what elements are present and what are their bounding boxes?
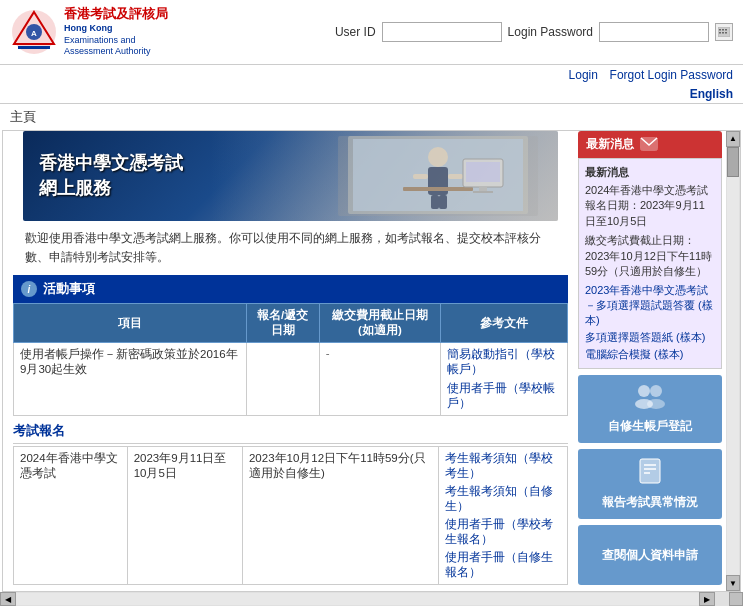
info-icon: i	[21, 281, 37, 297]
svg-rect-11	[725, 32, 727, 34]
horizontal-scrollbar-area: ◀ ▶	[0, 592, 743, 606]
login-password-input[interactable]	[599, 22, 709, 42]
scroll-track[interactable]	[727, 147, 739, 575]
keyboard-button[interactable]	[715, 23, 733, 41]
svg-rect-8	[725, 29, 727, 31]
sidebar-link-3[interactable]: 電腦綜合模擬 (樣本)	[585, 348, 683, 360]
col-date: 報名/遞交日期	[246, 304, 319, 343]
banner: 香港中學文憑考試 網上服務	[23, 131, 558, 221]
sidebar-news-item-2: 繳交考試費截止日期：2023年10月12日下午11時59分（只適用於自修生）	[585, 233, 715, 279]
vertical-scrollbar[interactable]: ▲ ▼	[726, 131, 740, 591]
svg-point-25	[638, 385, 650, 397]
col-fee-date: 繳交費用截止日期(如適用)	[319, 304, 441, 343]
svg-rect-29	[640, 459, 660, 483]
breadcrumb: 主頁	[0, 104, 743, 130]
welcome-text: 歡迎使用香港中學文憑考試網上服務。你可以使用不同的網上服務，如考試報名、提交校本…	[13, 221, 568, 275]
hkeaa-logo-icon: A	[10, 8, 58, 56]
sidebar-news-item-1: 2024年香港中學文憑考試報名日期：2023年9月11日至10月5日	[585, 183, 715, 229]
user-id-input[interactable]	[382, 22, 502, 42]
svg-rect-18	[439, 195, 447, 209]
login-area: User ID Login Password	[170, 22, 733, 42]
scroll-corner	[729, 592, 743, 606]
exam-registration-title: 考試報名	[13, 416, 568, 444]
svg-text:A: A	[31, 29, 37, 38]
col-item: 項目	[14, 304, 247, 343]
table-row: 2024年香港中學文憑考試 2023年9月11日至10月5日 2023年10月1…	[14, 447, 568, 585]
exam-doc-2[interactable]: 考生報考須知（自修生）	[445, 485, 553, 512]
exam-item: 2024年香港中學文憑考試	[14, 447, 128, 585]
doc-link-2[interactable]: 使用者手冊（學校帳戶）	[447, 382, 555, 409]
english-lang-link[interactable]: English	[690, 87, 733, 101]
svg-rect-21	[466, 162, 500, 182]
scroll-up-button[interactable]: ▲	[726, 131, 740, 147]
svg-rect-9	[719, 32, 721, 34]
query-card-title: 查閱個人資料申請	[602, 547, 698, 564]
svg-rect-6	[719, 29, 721, 31]
sidebar-news-section: 最新消息 最新消息 2024年香港中學文憑考試報名日期：2023年9月11日至1…	[578, 131, 722, 369]
page-header: A 香港考試及評核局 Hong Kong Examinations and As…	[0, 0, 743, 65]
banner-line1: 香港中學文憑考試	[39, 151, 183, 176]
svg-rect-7	[722, 29, 724, 31]
svg-rect-10	[722, 32, 724, 34]
svg-rect-15	[413, 174, 428, 179]
report-icon	[636, 457, 664, 490]
sidebar-link-2[interactable]: 多項選擇題答題紙 (樣本)	[585, 331, 705, 343]
exam-doc-3[interactable]: 使用者手冊（學校考生報名）	[445, 518, 553, 545]
news-title-text: 最新消息	[586, 136, 634, 153]
people-icon	[632, 383, 668, 414]
banner-line2: 網上服務	[39, 176, 183, 201]
doc-link-1[interactable]: 簡易啟動指引（學校帳戶）	[447, 348, 555, 375]
sidebar: 最新消息 最新消息 2024年香港中學文憑考試報名日期：2023年9月11日至1…	[578, 131, 726, 591]
exam-docs: 考生報考須知（學校考生） 考生報考須知（自修生） 使用者手冊（學校考生報名） 使…	[439, 447, 568, 585]
activity-item-name: 使用者帳戶操作－新密碼政策並於2016年9月30起生效	[14, 343, 247, 416]
activity-fee-date: -	[319, 343, 441, 416]
scroll-thumb[interactable]	[727, 147, 739, 177]
report-card-title: 報告考試異常情況	[602, 494, 698, 511]
svg-rect-16	[448, 174, 463, 179]
sidebar-register-card[interactable]: 自修生帳戶登記	[578, 375, 722, 443]
message-icon	[640, 137, 658, 151]
svg-point-13	[428, 147, 448, 167]
activities-section-header: i 活動事項	[13, 275, 568, 303]
exam-doc-4[interactable]: 使用者手冊（自修生報名）	[445, 551, 553, 578]
login-link[interactable]: Login	[569, 68, 598, 82]
horizontal-scrollbar[interactable]: ◀ ▶	[0, 592, 715, 606]
sidebar-query-card[interactable]: 查閱個人資料申請	[578, 525, 722, 585]
scroll-down-button[interactable]: ▼	[726, 575, 740, 591]
col-docs: 參考文件	[441, 304, 568, 343]
banner-text: 香港中學文憑考試 網上服務	[23, 141, 199, 211]
sidebar-report-card[interactable]: 報告考試異常情況	[578, 449, 722, 519]
activity-docs: 簡易啟動指引（學校帳戶） 使用者手冊（學校帳戶）	[441, 343, 568, 416]
table-row: 使用者帳戶操作－新密碼政策並於2016年9月30起生效 - 簡易啟動指引（學校帳…	[14, 343, 568, 416]
activities-table: 項目 報名/遞交日期 繳交費用截止日期(如適用) 參考文件 使用者帳戶操作－新密…	[13, 303, 568, 416]
exam-registration-table: 2024年香港中學文憑考試 2023年9月11日至10月5日 2023年10月1…	[13, 446, 568, 585]
svg-rect-23	[473, 191, 493, 193]
scroll-left-button[interactable]: ◀	[0, 592, 16, 606]
activity-reg-date	[246, 343, 319, 416]
svg-point-28	[647, 399, 665, 409]
subheader: Login Forgot Login Password	[0, 65, 743, 84]
exam-fee-date: 2023年10月12日下午11時59分(只適用於自修生)	[242, 447, 438, 585]
language-bar: English	[0, 84, 743, 104]
exam-reg-date: 2023年9月11日至10月5日	[127, 447, 242, 585]
svg-rect-19	[403, 187, 473, 191]
login-password-label: Login Password	[508, 25, 593, 39]
col-fee-date-text: 繳交費用截止日期(如適用)	[332, 309, 428, 336]
sidebar-news-content: 最新消息 2024年香港中學文憑考試報名日期：2023年9月11日至10月5日 …	[578, 158, 722, 369]
exam-doc-1[interactable]: 考生報考須知（學校考生）	[445, 452, 553, 479]
hscroll-track[interactable]	[16, 593, 699, 605]
welcome-content: 歡迎使用香港中學文憑考試網上服務。你可以使用不同的網上服務，如考試報名、提交校本…	[25, 231, 541, 264]
logo-text: 香港考試及評核局 Hong Kong Examinations and Asse…	[64, 6, 168, 58]
breadcrumb-text: 主頁	[10, 109, 36, 124]
sidebar-link-1[interactable]: 2023年香港中學文憑考試－多項選擇題試題答覆 (樣本)	[585, 284, 713, 326]
content-area: 香港中學文憑考試 網上服務	[3, 131, 578, 591]
sidebar-news-title: 最新消息	[578, 131, 722, 158]
sidebar-news-title-label: 最新消息	[585, 165, 715, 180]
scroll-right-button[interactable]: ▶	[699, 592, 715, 606]
user-id-label: User ID	[335, 25, 376, 39]
svg-point-27	[650, 385, 662, 397]
logo-area: A 香港考試及評核局 Hong Kong Examinations and As…	[10, 6, 170, 58]
forgot-password-link[interactable]: Forgot Login Password	[610, 68, 733, 82]
svg-rect-17	[431, 195, 439, 209]
svg-rect-4	[18, 46, 50, 49]
